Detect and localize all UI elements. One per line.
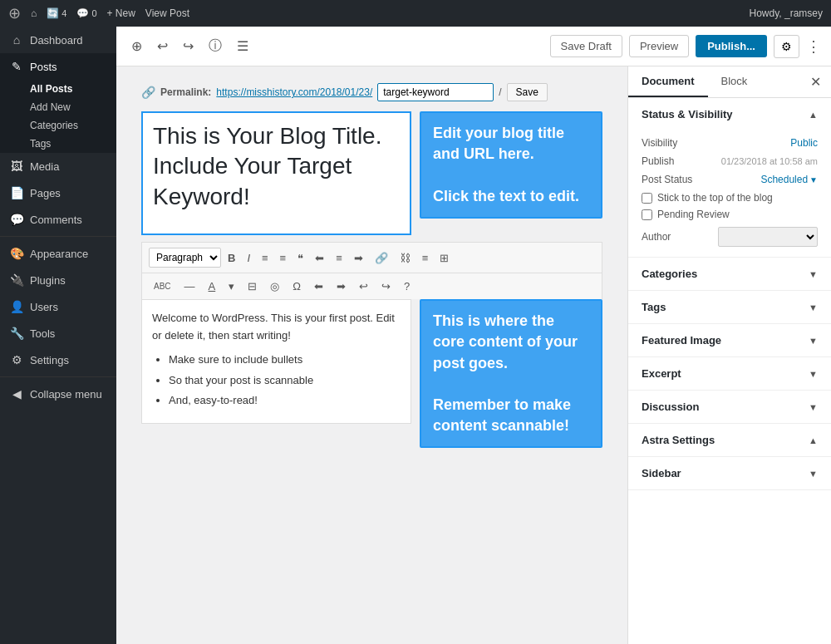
more-options-button[interactable]: ⋮ [806, 37, 821, 56]
comments-icon: 💬 [10, 213, 23, 226]
section-discussion-header[interactable]: Discussion ▼ [628, 391, 831, 423]
bullet-item-1: Make sure to include bullets [169, 351, 401, 369]
author-select[interactable] [718, 227, 818, 247]
visibility-value[interactable]: Public [790, 137, 818, 149]
blog-title[interactable]: This is Your Blog Title. Include Your Ta… [153, 121, 400, 212]
visibility-label: Visibility [642, 137, 677, 149]
save-draft-button[interactable]: Save Draft [550, 35, 622, 57]
permalink-slug-input[interactable] [377, 83, 494, 101]
stick-to-top-checkbox[interactable] [642, 193, 652, 204]
publish-time[interactable]: 01/23/2018 at 10:58 am [721, 156, 818, 166]
admin-bar-view-post[interactable]: View Post [145, 7, 189, 19]
panel-close-button[interactable]: ✕ [800, 67, 831, 96]
align-center-button[interactable]: ≡ [331, 248, 347, 268]
indent-button[interactable]: ➡ [332, 277, 351, 296]
undo-format-button[interactable]: ↩ [354, 277, 373, 296]
paragraph-select[interactable]: Paragraph [149, 248, 221, 268]
sidebar-item-tools[interactable]: 🔧 Tools [0, 320, 116, 347]
redo-button[interactable]: ↪ [178, 33, 199, 59]
unordered-list-button[interactable]: ≡ [257, 248, 273, 268]
sidebar-label-dashboard: Dashboard [30, 34, 83, 47]
post-status-value[interactable]: Scheduled ▼ [760, 174, 818, 185]
sidebar-sub-add-new[interactable]: Add New [0, 98, 116, 116]
sidebar-item-appearance[interactable]: 🎨 Appearance [0, 240, 116, 267]
section-featured-image-header[interactable]: Featured Image ▼ [628, 324, 831, 356]
sidebar-item-pages[interactable]: 📄 Pages [0, 179, 116, 206]
sidebar-sub-tags[interactable]: Tags [0, 135, 116, 153]
content-annotation-line2: Remember to make content scannable! [433, 395, 589, 436]
admin-bar-updates[interactable]: 🔄 4 [47, 7, 66, 19]
content-panel: 🔗 Permalink: https://misshistory.com/201… [116, 66, 831, 644]
info-button[interactable]: ⓘ [204, 32, 227, 60]
clear-formatting-button[interactable]: ◎ [265, 277, 284, 296]
author-row: Author [642, 227, 818, 247]
sidebar: ⌂ Dashboard ✎ Posts All Posts Add New Ca… [0, 27, 116, 644]
outdent-button[interactable]: ⬅ [309, 277, 328, 296]
pending-review-label: Pending Review [657, 209, 730, 220]
sidebar-item-settings[interactable]: ⚙ Settings [0, 347, 116, 373]
sidebar-sub-all-posts[interactable]: All Posts [0, 80, 116, 98]
sidebar-label-users: Users [30, 301, 58, 313]
section-categories-header[interactable]: Categories ▼ [628, 258, 831, 290]
italic-button[interactable]: I [242, 248, 255, 268]
section-sidebar-header[interactable]: Sidebar ▼ [628, 457, 831, 489]
permalink-base-url[interactable]: https://misshistory.com/2018/01/23/ [216, 86, 372, 98]
align-right-button[interactable]: ➡ [349, 248, 368, 268]
section-excerpt-header[interactable]: Excerpt ▼ [628, 357, 831, 390]
sidebar-label-plugins: Plugins [30, 274, 66, 287]
media-icon: 🖼 [10, 160, 23, 173]
redo-format-button[interactable]: ↪ [376, 277, 396, 296]
sidebar-item-users[interactable]: 👤 Users [0, 293, 116, 320]
add-block-button[interactable]: ⊕ [126, 33, 147, 59]
content-section[interactable]: Welcome to WordPress. This is your first… [141, 299, 411, 448]
horizontal-rule-button[interactable]: — [179, 277, 200, 296]
strikethrough-button[interactable]: ABC [149, 278, 176, 294]
plugins-icon: 🔌 [10, 273, 23, 287]
section-featured-image-chevron: ▼ [809, 336, 818, 346]
undo-button[interactable]: ↩ [152, 33, 173, 59]
section-status-header[interactable]: Status & Visibility ▲ [628, 98, 831, 130]
editor-content[interactable]: Welcome to WordPress. This is your first… [141, 299, 411, 424]
sidebar-item-dashboard[interactable]: ⌂ Dashboard [0, 27, 116, 53]
main-layout: ⌂ Dashboard ✎ Posts All Posts Add New Ca… [0, 27, 831, 644]
admin-bar-new[interactable]: + New [107, 7, 135, 19]
sidebar-item-posts[interactable]: ✎ Posts [0, 53, 116, 80]
admin-bar-comments[interactable]: 💬 0 [76, 7, 96, 19]
sidebar-item-collapse[interactable]: ◀ Collapse menu [0, 381, 116, 407]
section-categories-chevron: ▼ [809, 269, 818, 279]
unlink-button[interactable]: ⛓ [395, 248, 416, 268]
text-color-dropdown[interactable]: ▾ [224, 277, 239, 296]
section-status-chevron: ▲ [809, 110, 818, 120]
sidebar-item-plugins[interactable]: 🔌 Plugins [0, 267, 116, 293]
insert-link-button[interactable]: 🔗 [370, 248, 393, 268]
publish-button[interactable]: Publish... [696, 35, 767, 57]
sidebar-sub-categories[interactable]: Categories [0, 116, 116, 135]
paste-plain-button[interactable]: ⊟ [243, 277, 262, 296]
toolbar-toggle-button[interactable]: ⊞ [435, 248, 454, 268]
permalink-save-button[interactable]: Save [507, 83, 548, 101]
settings-button[interactable]: ⚙ [774, 35, 799, 58]
list-view-button[interactable]: ☰ [232, 33, 253, 59]
text-color-button[interactable]: A [204, 277, 221, 296]
tab-block[interactable]: Block [708, 66, 761, 97]
insert-readmore-button[interactable]: ≡ [417, 248, 434, 268]
admin-bar-home[interactable]: ⌂ [31, 7, 37, 19]
ordered-list-button[interactable]: ≡ [275, 248, 292, 268]
author-label: Author [642, 231, 671, 243]
section-tags-header[interactable]: Tags ▼ [628, 291, 831, 323]
section-astra-header[interactable]: Astra Settings ▲ [628, 424, 831, 456]
bold-button[interactable]: B [223, 248, 240, 268]
wp-logo[interactable]: ⊕ [8, 4, 21, 22]
sidebar-item-media[interactable]: 🖼 Media [0, 153, 116, 179]
content-area: Welcome to WordPress. This is your first… [141, 299, 602, 448]
blockquote-button[interactable]: ❝ [293, 248, 308, 268]
sidebar-item-comments[interactable]: 💬 Comments [0, 206, 116, 233]
help-button[interactable]: ? [399, 277, 415, 296]
preview-button[interactable]: Preview [629, 35, 689, 57]
tab-document[interactable]: Document [628, 66, 708, 97]
pending-review-checkbox[interactable] [642, 209, 652, 220]
settings-icon: ⚙ [10, 353, 23, 366]
special-chars-button[interactable]: Ω [288, 277, 306, 296]
panel-body: Status & Visibility ▲ Visibility Public … [628, 98, 831, 644]
align-left-button[interactable]: ⬅ [310, 248, 329, 268]
